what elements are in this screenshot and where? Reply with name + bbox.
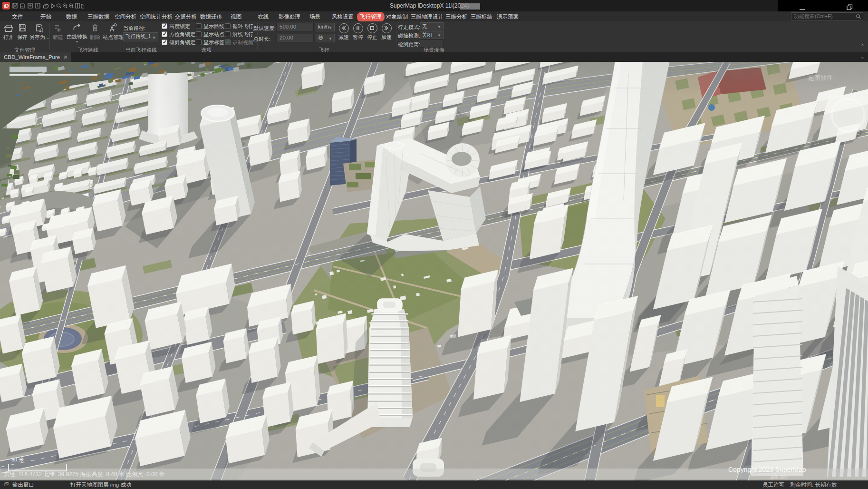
svg-text:50 米: 50 米 <box>11 457 24 462</box>
svg-text:东经: 116.4732 北纬: 39.9225 海: 东经: 116.4732 北纬: 39.9225 海拔高度: 8.48 米 比例… <box>4 471 165 478</box>
svg-text:超图 深圳: 超图 深圳 <box>770 475 789 479</box>
svg-text:Copyright 2023 SuperMap: Copyright 2023 SuperMap <box>728 466 806 473</box>
svg-text:超图软件: 超图软件 <box>808 74 833 81</box>
